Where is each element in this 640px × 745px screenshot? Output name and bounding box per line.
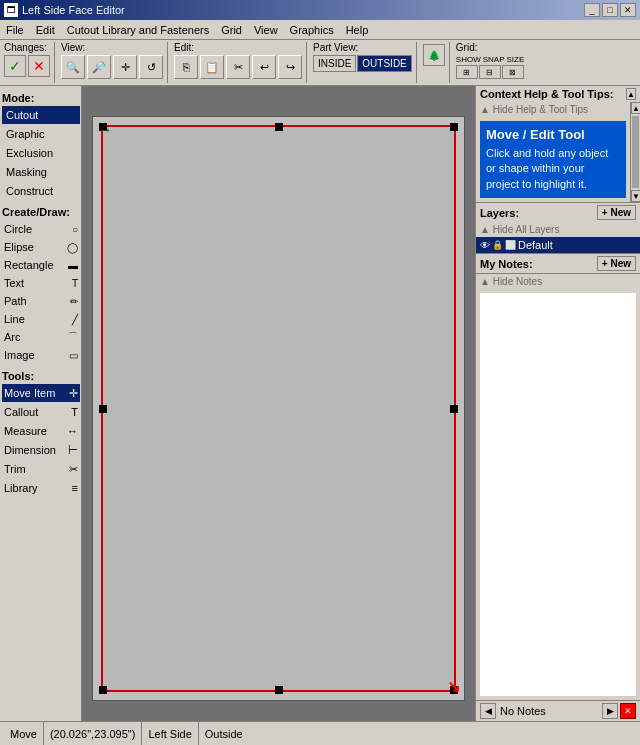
- reject-button[interactable]: ✕: [28, 55, 50, 77]
- menu-edit[interactable]: Edit: [30, 20, 61, 39]
- layers-new-button[interactable]: + New: [597, 205, 636, 220]
- hide-layers-text[interactable]: ▲ Hide All Layers: [476, 222, 640, 237]
- part-view-label: Part View:: [313, 42, 358, 53]
- handle-bottom-left[interactable]: [99, 686, 107, 694]
- zoom-in-button[interactable]: 🔍: [61, 55, 85, 79]
- close-button[interactable]: ✕: [620, 3, 636, 17]
- menu-help[interactable]: Help: [340, 20, 375, 39]
- scrollbar-up-arrow[interactable]: ▲: [631, 102, 640, 114]
- app-icon: 🗖: [4, 3, 18, 17]
- pan-button[interactable]: ✛: [113, 55, 137, 79]
- context-scroll-up[interactable]: ▲: [626, 88, 636, 100]
- window-controls: _ □ ✕: [584, 3, 636, 17]
- draw-path[interactable]: Path ✏: [2, 292, 80, 310]
- draw-image[interactable]: Image ▭: [2, 346, 80, 364]
- outside-button[interactable]: OUTSIDE: [357, 55, 411, 72]
- tree-button[interactable]: 🌲: [423, 44, 445, 66]
- handle-top-mid[interactable]: [275, 123, 283, 131]
- elipse-icon: ◯: [67, 242, 78, 253]
- path-icon: ✏: [70, 296, 78, 307]
- paste-button[interactable]: 📋: [200, 55, 224, 79]
- main-area: Mode: Cutout Graphic Exclusion Masking C…: [0, 86, 640, 721]
- dimension-icon: ⊢: [68, 444, 78, 457]
- context-help-label: Context Help & Tool Tips:: [480, 88, 613, 100]
- maximize-button[interactable]: □: [602, 3, 618, 17]
- menu-graphics[interactable]: Graphics: [284, 20, 340, 39]
- layer-default[interactable]: 👁 🔒 ⬜ Default: [476, 237, 640, 253]
- tool-callout[interactable]: Callout T: [2, 403, 80, 421]
- window-title: Left Side Face Editor: [22, 4, 125, 16]
- inside-button[interactable]: INSIDE: [313, 55, 356, 72]
- scrollbar-down-arrow[interactable]: ▼: [631, 190, 640, 202]
- canvas-area[interactable]: → ↘: [82, 86, 475, 721]
- tool-move-item[interactable]: Move Item ✛: [2, 384, 80, 402]
- text-icon: T: [72, 278, 78, 289]
- hide-notes-text[interactable]: ▲ Hide Notes: [476, 274, 640, 289]
- draw-circle[interactable]: Circle ○: [2, 220, 80, 238]
- red-arrow: ↘: [447, 677, 460, 696]
- grid-size-button[interactable]: ⊠: [502, 65, 524, 79]
- menu-view[interactable]: View: [248, 20, 284, 39]
- handle-top-right[interactable]: [450, 123, 458, 131]
- measure-icon: ↔: [67, 425, 78, 437]
- move-icon: ✛: [69, 387, 78, 400]
- scrollbar-thumb[interactable]: [632, 116, 639, 188]
- zoom-out-button[interactable]: 🔎: [87, 55, 111, 79]
- handle-bottom-mid[interactable]: [275, 686, 283, 694]
- context-help-header: Context Help & Tool Tips: ▲: [476, 86, 640, 102]
- tool-trim[interactable]: Trim ✂: [2, 460, 80, 478]
- notes-section: My Notes: + New ▲ Hide Notes ◀ No Notes …: [476, 254, 640, 721]
- draw-text[interactable]: Text T: [2, 274, 80, 292]
- handle-left-mid[interactable]: [99, 405, 107, 413]
- grid-snap-button[interactable]: ⊟: [479, 65, 501, 79]
- notes-header: My Notes: + New: [476, 254, 640, 274]
- tool-library[interactable]: Library ≡: [2, 479, 80, 497]
- changes-label: Changes:: [4, 42, 47, 53]
- context-help-section: Context Help & Tool Tips: ▲ ▲ Hide Help …: [476, 86, 640, 203]
- accept-button[interactable]: ✓: [4, 55, 26, 77]
- changes-group: Changes: ✓ ✕: [2, 42, 55, 83]
- mode-cutout[interactable]: Cutout: [2, 106, 80, 124]
- cut-button[interactable]: ✂: [226, 55, 250, 79]
- mode-exclusion[interactable]: Exclusion: [2, 144, 80, 162]
- handle-right-mid[interactable]: [450, 405, 458, 413]
- notes-new-button[interactable]: + New: [597, 256, 636, 271]
- layer-name: Default: [518, 239, 553, 251]
- hide-help-text[interactable]: ▲ Hide Help & Tool Tips: [476, 102, 630, 117]
- context-scrollbar: ▲ ▼: [630, 102, 640, 202]
- menu-cutout-library[interactable]: Cutout Library and Fasteners: [61, 20, 215, 39]
- tool-measure[interactable]: Measure ↔: [2, 422, 80, 440]
- toolbar: Changes: ✓ ✕ View: 🔍 🔎 ✛ ↺ Edit: ⎘ 📋 ✂ ↩…: [0, 40, 640, 86]
- notes-label: My Notes:: [480, 258, 533, 270]
- draw-line[interactable]: Line ╱: [2, 310, 80, 328]
- grid-show-button[interactable]: ⊞: [456, 65, 478, 79]
- undo-button[interactable]: ↩: [252, 55, 276, 79]
- mode-masking[interactable]: Masking: [2, 163, 80, 181]
- line-icon: ╱: [72, 314, 78, 325]
- menu-file[interactable]: File: [0, 20, 30, 39]
- copy-button[interactable]: ⎘: [174, 55, 198, 79]
- draw-rectangle[interactable]: Rectangle ▬: [2, 256, 80, 274]
- notes-prev-button[interactable]: ◀: [480, 703, 496, 719]
- layer-visibility-icon[interactable]: 👁: [480, 240, 490, 251]
- status-bar: Move (20.026",23.095") Left Side Outside: [0, 721, 640, 745]
- notes-next-button[interactable]: ▶: [602, 703, 618, 719]
- view-label: View:: [61, 42, 85, 53]
- notes-delete-button[interactable]: ✕: [620, 703, 636, 719]
- mode-construct[interactable]: Construct: [2, 182, 80, 200]
- edit-label: Edit:: [174, 42, 194, 53]
- layer-lock-icon: 🔒: [492, 240, 503, 250]
- mode-graphic[interactable]: Graphic: [2, 125, 80, 143]
- minimize-button[interactable]: _: [584, 3, 600, 17]
- menu-grid[interactable]: Grid: [215, 20, 248, 39]
- tool-dimension[interactable]: Dimension ⊢: [2, 441, 80, 459]
- status-mode: Move: [4, 722, 44, 745]
- draw-arc[interactable]: Arc ⌒: [2, 328, 80, 346]
- redo-button[interactable]: ↪: [278, 55, 302, 79]
- refresh-button[interactable]: ↺: [139, 55, 163, 79]
- draw-elipse[interactable]: Elipse ◯: [2, 238, 80, 256]
- menu-bar: File Edit Cutout Library and Fasteners G…: [0, 20, 640, 40]
- context-help-box: Move / Edit Tool Click and hold any obje…: [480, 121, 626, 198]
- create-draw-label: Create/Draw:: [2, 206, 79, 218]
- grid-show-label: SHOW: [456, 55, 481, 64]
